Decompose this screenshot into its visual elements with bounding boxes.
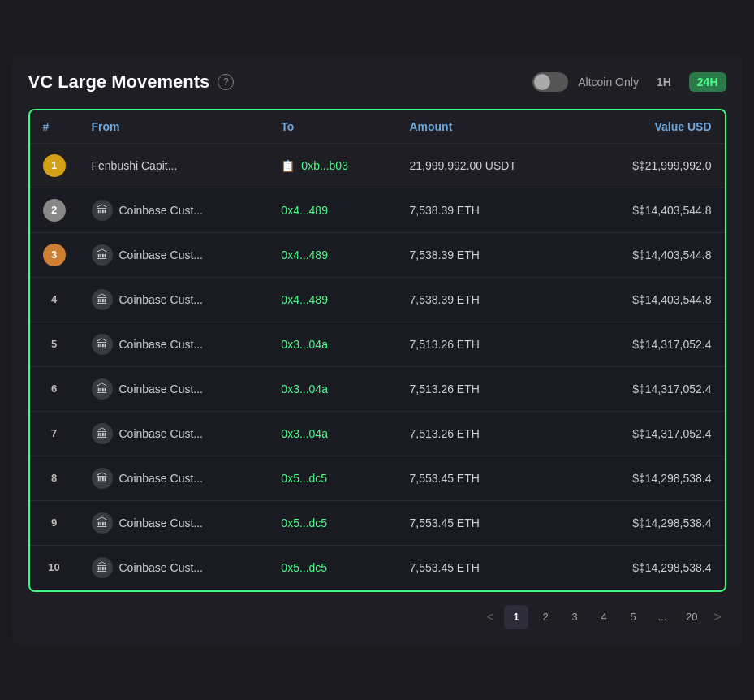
- to-address[interactable]: 0x4...489: [281, 204, 328, 217]
- from-label: Coinbase Cust...: [119, 293, 204, 306]
- main-container: VC Large Movements ? Altcoin Only 1H 24H…: [12, 55, 743, 646]
- building-icon: 🏛: [92, 512, 113, 534]
- to-cell: 0x5...dc5: [268, 500, 396, 545]
- rank-badge: 10: [43, 556, 66, 579]
- to-cell: 0x4...489: [268, 188, 396, 232]
- from-cell: 🏛Coinbase Cust...: [79, 277, 269, 322]
- from-cell: 🏛Coinbase Cust...: [79, 411, 269, 456]
- table-row: 7🏛Coinbase Cust...0x3...04a7,513.26 ETH$…: [30, 411, 725, 456]
- building-icon: 🏛: [92, 423, 113, 444]
- header-right: Altcoin Only 1H 24H: [532, 72, 726, 92]
- to-cell: 0x4...489: [268, 277, 396, 322]
- header: VC Large Movements ? Altcoin Only 1H 24H: [28, 71, 726, 93]
- altcoin-label: Altcoin Only: [578, 76, 639, 89]
- building-icon: 🏛: [92, 244, 113, 266]
- amount-cell: 7,553.45 ETH: [396, 500, 580, 545]
- rank-cell: 4: [30, 277, 79, 322]
- table-row: 2🏛Coinbase Cust...0x4...4897,538.39 ETH$…: [30, 188, 725, 232]
- header-left: VC Large Movements ?: [28, 71, 235, 93]
- altcoin-toggle[interactable]: [532, 72, 568, 92]
- to-cell: 0x3...04a: [268, 411, 396, 456]
- page-ellipsis: ...: [650, 605, 674, 629]
- to-address[interactable]: 0x4...489: [281, 248, 328, 261]
- value-cell: $‡14,403,544.8: [580, 188, 724, 232]
- page-2-button[interactable]: 2: [533, 605, 558, 629]
- from-cell: 🏛Coinbase Cust...: [79, 366, 269, 411]
- table-row: 1Fenbushi Capit...📋0xb...b0321,999,992.0…: [30, 143, 725, 188]
- rank-badge: 9: [43, 512, 66, 534]
- building-icon: 🏛: [92, 378, 113, 400]
- to-address[interactable]: 0x3...04a: [281, 427, 328, 440]
- col-to: To: [268, 110, 396, 144]
- table-row: 3🏛Coinbase Cust...0x4...4897,538.39 ETH$…: [30, 232, 725, 277]
- amount-cell: 7,553.45 ETH: [396, 545, 580, 590]
- from-label: Coinbase Cust...: [119, 204, 204, 217]
- from-label: Coinbase Cust...: [119, 338, 204, 351]
- to-address[interactable]: 0x3...04a: [281, 382, 328, 395]
- value-cell: $‡14,403,544.8: [580, 232, 724, 277]
- to-address[interactable]: 0xb...b03: [301, 159, 348, 172]
- help-icon[interactable]: ?: [218, 74, 234, 90]
- value-cell: $‡14,298,538.4: [580, 456, 724, 500]
- value-cell: $‡14,298,538.4: [580, 545, 724, 590]
- to-address[interactable]: 0x5...dc5: [281, 472, 327, 485]
- page-20-button[interactable]: 20: [679, 605, 704, 629]
- value-cell: $‡14,298,538.4: [580, 500, 724, 545]
- rank-badge: 8: [43, 467, 66, 490]
- table-row: 6🏛Coinbase Cust...0x3...04a7,513.26 ETH$…: [30, 366, 725, 411]
- rank-cell: 6: [30, 366, 79, 411]
- from-label: Fenbushi Capit...: [92, 159, 178, 172]
- rank-badge: 2: [43, 199, 66, 222]
- from-cell: 🏛Coinbase Cust...: [79, 188, 269, 232]
- to-cell: 0x3...04a: [268, 366, 396, 411]
- movements-table-wrapper: # From To Amount Value USD 1Fenbushi Cap…: [28, 109, 726, 592]
- rank-badge: 5: [43, 333, 66, 356]
- page-3-button[interactable]: 3: [562, 605, 587, 629]
- from-label: Coinbase Cust...: [119, 427, 204, 440]
- amount-cell: 7,513.26 ETH: [396, 322, 580, 366]
- from-cell: 🏛Coinbase Cust...: [79, 456, 269, 500]
- next-page-button[interactable]: >: [709, 607, 726, 628]
- movements-table: # From To Amount Value USD 1Fenbushi Cap…: [30, 110, 725, 590]
- rank-badge: 7: [43, 422, 66, 445]
- rank-cell: 7: [30, 411, 79, 456]
- table-row: 10🏛Coinbase Cust...0x5...dc57,553.45 ETH…: [30, 545, 725, 590]
- page-title: VC Large Movements: [28, 71, 210, 93]
- time-1h-button[interactable]: 1H: [648, 72, 679, 92]
- amount-cell: 7,513.26 ETH: [396, 366, 580, 411]
- to-address[interactable]: 0x4...489: [281, 293, 328, 306]
- value-cell: $‡14,317,052.4: [580, 366, 724, 411]
- prev-page-button[interactable]: <: [482, 607, 499, 628]
- rank-cell: 1: [30, 143, 79, 188]
- building-icon: 🏛: [92, 334, 113, 355]
- page-5-button[interactable]: 5: [621, 605, 645, 629]
- from-cell: 🏛Coinbase Cust...: [79, 500, 269, 545]
- rank-badge: 1: [43, 154, 66, 177]
- to-address[interactable]: 0x5...dc5: [281, 516, 327, 529]
- page-1-button[interactable]: 1: [504, 605, 528, 629]
- to-cell: 0x4...489: [268, 232, 396, 277]
- time-24h-button[interactable]: 24H: [689, 72, 726, 92]
- to-address[interactable]: 0x5...dc5: [281, 561, 327, 574]
- to-address[interactable]: 0x3...04a: [281, 338, 328, 351]
- table-row: 8🏛Coinbase Cust...0x5...dc57,553.45 ETH$…: [30, 456, 725, 500]
- rank-badge: 4: [43, 288, 66, 311]
- to-cell: 0x3...04a: [268, 322, 396, 366]
- amount-cell: 7,553.45 ETH: [396, 456, 580, 500]
- toggle-knob: [534, 74, 550, 90]
- building-icon: 🏛: [92, 468, 113, 489]
- from-label: Coinbase Cust...: [119, 382, 204, 395]
- from-cell: 🏛Coinbase Cust...: [79, 545, 269, 590]
- building-icon: 🏛: [92, 557, 113, 578]
- from-label: Coinbase Cust...: [119, 472, 204, 485]
- value-cell: $‡14,317,052.4: [580, 411, 724, 456]
- amount-cell: 7,513.26 ETH: [396, 411, 580, 456]
- building-icon: 🏛: [92, 289, 113, 310]
- rank-cell: 2: [30, 188, 79, 232]
- page-4-button[interactable]: 4: [592, 605, 616, 629]
- from-cell: 🏛Coinbase Cust...: [79, 322, 269, 366]
- to-cell: 0x5...dc5: [268, 456, 396, 500]
- table-row: 9🏛Coinbase Cust...0x5...dc57,553.45 ETH$…: [30, 500, 725, 545]
- table-row: 4🏛Coinbase Cust...0x4...4897,538.39 ETH$…: [30, 277, 725, 322]
- from-cell: Fenbushi Capit...: [79, 143, 269, 188]
